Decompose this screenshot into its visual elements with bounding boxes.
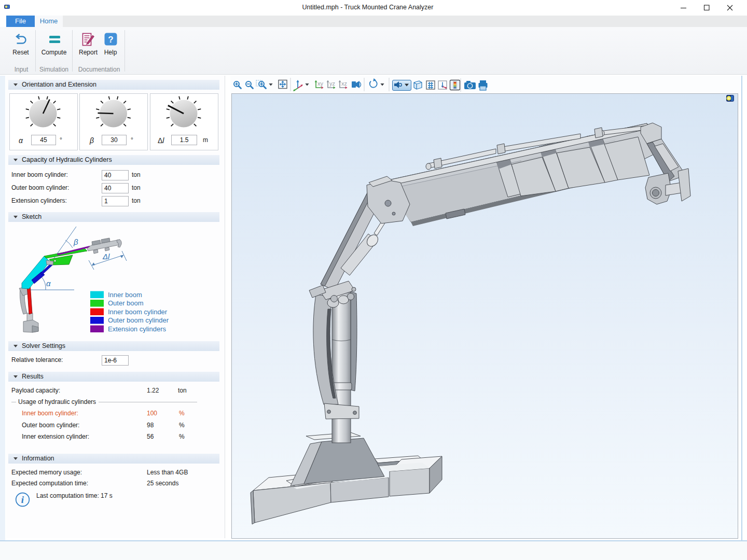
svg-text:Inner boom: Inner boom <box>108 291 142 299</box>
svg-text:β: β <box>73 237 78 246</box>
svg-text:Inner boom cylinder: Inner boom cylinder <box>108 308 168 316</box>
svg-text:Outer boom: Outer boom <box>108 299 144 307</box>
svg-text:yz: yz <box>329 80 335 87</box>
svg-text:xy: xy <box>317 80 324 87</box>
svg-text:i: i <box>21 494 24 505</box>
svg-text:xz: xz <box>341 80 347 87</box>
svg-text:?: ? <box>108 35 113 45</box>
svg-text:Δl: Δl <box>102 252 110 261</box>
svg-text:α: α <box>46 279 51 288</box>
svg-text:Outer boom cylinder: Outer boom cylinder <box>108 316 169 324</box>
svg-text:Extension cylinders: Extension cylinders <box>108 325 166 333</box>
